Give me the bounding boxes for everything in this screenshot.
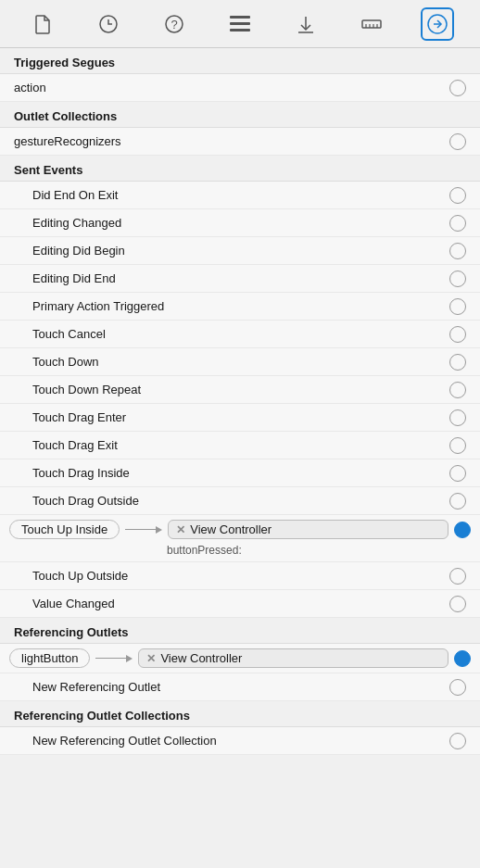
download-icon[interactable] (289, 7, 322, 41)
svg-rect-7 (362, 20, 381, 28)
editing-changed-connector[interactable] (449, 215, 466, 232)
referencing-outlet-collections-header: Referencing Outlet Collections (0, 701, 480, 727)
svg-rect-3 (230, 16, 250, 19)
light-button-row: lightButton ✕ View Controller (0, 644, 480, 673)
triggered-segues-header: Triggered Segues (0, 48, 480, 74)
arrow-icon[interactable] (421, 7, 454, 41)
touch-drag-outside-connector[interactable] (449, 493, 466, 509)
new-referencing-outlet-label: New Referencing Outlet (32, 680, 160, 694)
touch-down-repeat-label: Touch Down Repeat (32, 383, 141, 396)
touch-cancel-row: Touch Cancel (0, 321, 480, 348)
help-icon[interactable]: ? (158, 7, 191, 41)
light-button-target-box: ✕ View Controller (138, 648, 448, 668)
touch-up-filled-connector[interactable] (454, 522, 471, 538)
arrow-line (125, 529, 156, 531)
light-button-target-label: View Controller (160, 651, 242, 665)
gesture-recognizers-row: gestureRecognizers (0, 128, 480, 156)
did-end-connector[interactable] (449, 187, 466, 204)
gesture-recognizers-label: gestureRecognizers (14, 134, 121, 148)
value-changed-label: Value Changed (32, 597, 115, 610)
touch-up-sub-label: buttonPressed: (0, 544, 480, 561)
toolbar: ? (0, 0, 480, 48)
gesture-connector[interactable] (449, 133, 466, 150)
triggered-segues-action-row: action (0, 74, 480, 102)
touch-drag-outside-row: Touch Drag Outside (0, 487, 480, 515)
editing-did-end-row: Editing Did End (0, 265, 480, 293)
outlet-collections-header: Outlet Collections (0, 102, 480, 128)
touch-up-outside-label: Touch Up Outside (32, 569, 128, 583)
touch-up-outside-row: Touch Up Outside (0, 562, 480, 590)
touch-up-x-button[interactable]: ✕ (176, 523, 185, 536)
primary-action-label: Primary Action Triggered (32, 299, 164, 313)
new-outlet-collection-connector[interactable] (449, 733, 466, 749)
touch-up-inside-block: Touch Up Inside ✕ View Controller button… (0, 515, 480, 562)
touch-up-inside-source: Touch Up Inside (9, 520, 120, 539)
new-referencing-outlet-connector[interactable] (449, 679, 466, 696)
file-icon[interactable] (26, 7, 59, 41)
editing-did-begin-connector[interactable] (449, 243, 466, 259)
touch-drag-enter-label: Touch Drag Enter (32, 410, 126, 424)
svg-rect-5 (230, 29, 250, 31)
touch-drag-inside-label: Touch Drag Inside (32, 466, 130, 480)
touch-up-arrow (125, 526, 162, 534)
touch-down-row: Touch Down (0, 348, 480, 376)
touch-down-repeat-connector[interactable] (449, 382, 466, 398)
editing-changed-label: Editing Changed (32, 216, 121, 230)
editing-did-end-label: Editing Did End (32, 271, 116, 285)
editing-did-begin-label: Editing Did Begin (32, 244, 125, 258)
touch-down-label: Touch Down (32, 355, 99, 369)
light-button-source: lightButton (9, 648, 90, 668)
primary-action-connector[interactable] (449, 298, 466, 315)
primary-action-row: Primary Action Triggered (0, 293, 480, 321)
touch-drag-exit-connector[interactable] (449, 437, 466, 454)
touch-drag-enter-row: Touch Drag Enter (0, 404, 480, 432)
sent-events-header: Sent Events (0, 156, 480, 182)
touch-drag-outside-label: Touch Drag Outside (32, 494, 139, 508)
did-end-on-exit-row: Did End On Exit (0, 182, 480, 209)
touch-cancel-connector[interactable] (449, 326, 466, 343)
svg-rect-4 (230, 22, 250, 25)
touch-down-connector[interactable] (449, 354, 466, 371)
light-button-filled-connector[interactable] (454, 650, 471, 667)
touch-drag-exit-row: Touch Drag Exit (0, 432, 480, 459)
touch-drag-inside-connector[interactable] (449, 465, 466, 482)
light-button-arrow (95, 655, 133, 662)
touch-drag-inside-row: Touch Drag Inside (0, 459, 480, 487)
svg-text:?: ? (171, 18, 177, 31)
arrow-line-2 (95, 658, 126, 660)
arrow-head (156, 526, 162, 534)
editing-did-begin-row: Editing Did Begin (0, 237, 480, 265)
touch-up-outside-connector[interactable] (449, 568, 466, 585)
history-icon[interactable] (92, 7, 125, 41)
touch-up-target-label: View Controller (190, 522, 272, 536)
new-referencing-outlet-row: New Referencing Outlet (0, 673, 480, 701)
touch-up-target-box: ✕ View Controller (168, 520, 448, 539)
ruler-icon[interactable] (355, 7, 388, 41)
value-changed-row: Value Changed (0, 590, 480, 618)
editing-did-end-connector[interactable] (449, 270, 466, 287)
new-referencing-outlet-collection-label: New Referencing Outlet Collection (32, 734, 217, 748)
touch-down-repeat-row: Touch Down Repeat (0, 376, 480, 404)
touch-cancel-label: Touch Cancel (32, 327, 106, 341)
action-connector[interactable] (449, 80, 466, 96)
touch-up-inside-row: Touch Up Inside ✕ View Controller (0, 515, 480, 544)
light-button-x-button[interactable]: ✕ (146, 652, 156, 665)
value-changed-connector[interactable] (449, 596, 466, 612)
action-label: action (14, 81, 46, 94)
referencing-outlets-header: Referencing Outlets (0, 618, 480, 644)
arrow-head-2 (126, 655, 133, 662)
editing-changed-row: Editing Changed (0, 209, 480, 237)
new-referencing-outlet-collection-row: New Referencing Outlet Collection (0, 727, 480, 755)
touch-drag-enter-connector[interactable] (449, 409, 466, 426)
did-end-on-exit-label: Did End On Exit (32, 188, 119, 202)
list-icon[interactable] (223, 7, 257, 41)
touch-drag-exit-label: Touch Drag Exit (32, 438, 118, 452)
